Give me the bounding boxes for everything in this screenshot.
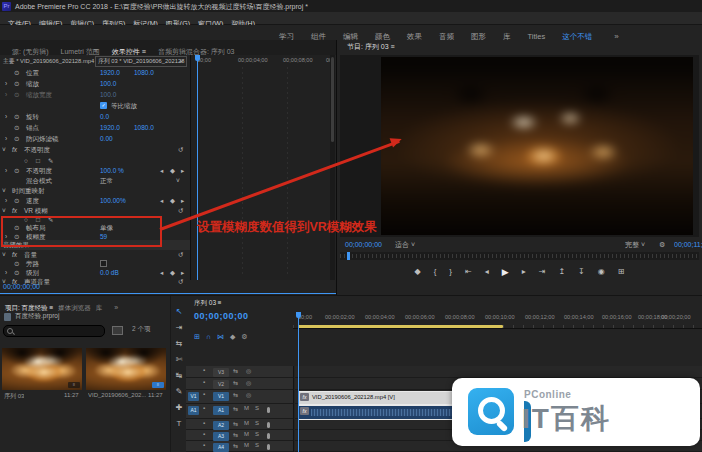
next-keyframe-icon[interactable]: ▸ <box>181 196 184 206</box>
mark-out-button[interactable]: } <box>449 264 452 280</box>
stopwatch-icon[interactable]: ⊙ <box>14 79 19 89</box>
hand-tool[interactable]: ✚ <box>171 400 187 416</box>
uniform-scale-checkbox[interactable]: ✓ <box>100 102 107 109</box>
project-tab[interactable]: 媒体浏览器 <box>58 301 91 315</box>
microphone-icon[interactable] <box>267 433 270 439</box>
param-value[interactable]: 正常 <box>100 176 113 186</box>
lock-icon[interactable]: ▪ <box>203 442 205 448</box>
project-item-thumbnail[interactable]: ≡ <box>86 348 166 390</box>
param-value[interactable]: 100.0 % <box>100 166 124 176</box>
track-target-button[interactable]: A3 <box>213 432 229 441</box>
param-value[interactable]: 1920.0 <box>100 68 120 78</box>
stopwatch-icon[interactable]: ⊙ <box>14 112 19 122</box>
param-value2[interactable]: 1080.0 <box>134 123 154 133</box>
stopwatch-icon[interactable]: ⊙ <box>14 134 19 144</box>
rect-mask-icon[interactable]: □ <box>36 156 40 166</box>
mute-button[interactable]: M <box>244 431 249 437</box>
track-output-eye-icon[interactable]: ◎ <box>246 379 251 386</box>
mute-button[interactable]: M <box>244 442 249 448</box>
effect-controls-timecode[interactable]: 00;00;00;00 <box>3 283 40 290</box>
track-target-button[interactable]: A1 <box>213 406 229 415</box>
lock-icon[interactable]: ▪ <box>203 420 205 426</box>
stopwatch-icon[interactable]: ⊙ <box>14 196 19 206</box>
program-scrubber[interactable] <box>340 252 699 260</box>
insert-sequence-icon[interactable]: ⊞ <box>194 333 200 341</box>
step-forward-button[interactable]: ▸ <box>522 264 526 280</box>
slip-tool[interactable]: ↹ <box>171 368 187 384</box>
lock-icon[interactable]: ▪ <box>203 405 205 411</box>
track-select-forward-tool[interactable]: ⇥ <box>171 320 187 336</box>
microphone-icon[interactable] <box>267 422 270 428</box>
project-tab[interactable]: 库 <box>96 301 103 315</box>
project-item-name[interactable]: VID_20190606_202... <box>88 392 146 398</box>
stopwatch-icon[interactable]: ⊙ <box>14 166 19 176</box>
go-to-out-button[interactable]: ⇥ <box>539 264 546 280</box>
prev-keyframe-icon[interactable]: ◂ <box>160 196 163 206</box>
zoom-level-select[interactable]: 适合 ˅ <box>395 238 415 251</box>
project-file-name[interactable]: 百度经验.prproj <box>15 312 59 321</box>
timeline-settings-icon[interactable]: ⚙ <box>241 333 247 341</box>
timeline-timecode[interactable]: 00;00;00;00 <box>194 311 249 321</box>
sync-lock-icon[interactable]: ⇆ <box>233 442 238 449</box>
expand-chevron[interactable]: › <box>5 196 7 206</box>
param-value[interactable]: 100.0 <box>100 90 116 100</box>
mute-button[interactable]: M <box>244 420 249 426</box>
prev-keyframe-icon[interactable]: ◂ <box>160 166 163 176</box>
selection-tool[interactable]: ↖ <box>171 304 187 320</box>
program-monitor-tab[interactable]: 节目: 序列 03 ≡ <box>347 40 395 54</box>
microphone-icon[interactable] <box>267 444 270 450</box>
track-lane[interactable] <box>295 366 702 378</box>
project-item-name[interactable]: 序列 03 <box>4 392 24 401</box>
track-output-eye-icon[interactable]: ◎ <box>246 367 251 374</box>
effect-name[interactable]: 不透明度 <box>24 145 50 155</box>
mute-button[interactable]: M <box>244 405 249 411</box>
lift-button[interactable]: ↥ <box>558 264 565 280</box>
add-marker-icon[interactable]: ◆ <box>230 333 235 341</box>
track-output-eye-icon[interactable]: ◎ <box>246 391 251 398</box>
type-tool[interactable]: T <box>171 416 187 432</box>
source-patch-button[interactable] <box>188 368 199 377</box>
twirl-icon[interactable]: ˅ <box>2 186 6 196</box>
project-item-thumbnail[interactable]: ≡ <box>2 348 82 390</box>
param-value2[interactable]: 1080.0 <box>134 68 154 78</box>
sync-lock-icon[interactable]: ⇆ <box>233 405 238 412</box>
project-tab-overflow[interactable]: » <box>114 301 118 315</box>
microphone-icon[interactable] <box>267 407 270 413</box>
dropdown-chevron-icon[interactable]: ˅ <box>176 176 180 186</box>
timeline-playhead[interactable] <box>298 312 299 452</box>
sync-lock-icon[interactable]: ⇆ <box>233 391 238 398</box>
solo-button[interactable]: S <box>255 405 259 411</box>
twirl-icon[interactable]: ˅ <box>2 145 6 155</box>
program-timecode[interactable]: 00;00;00;00 <box>345 238 382 251</box>
add-marker-button[interactable]: ◆ <box>415 264 421 280</box>
linked-selection-icon[interactable]: ⋈ <box>217 333 224 341</box>
source-patch-button[interactable] <box>188 421 199 430</box>
source-patch-button[interactable] <box>188 432 199 441</box>
stopwatch-icon[interactable]: ⊙ <box>14 123 19 133</box>
reset-effect-icon[interactable]: ↺ <box>178 145 183 155</box>
track-target-button[interactable]: V3 <box>213 368 229 377</box>
new-bin-icon[interactable] <box>112 326 123 335</box>
track-target-button[interactable]: V1 <box>213 392 229 401</box>
snap-icon[interactable]: ∩ <box>206 333 211 340</box>
sync-lock-icon[interactable]: ⇆ <box>233 420 238 427</box>
expand-chevron[interactable]: › <box>5 166 7 176</box>
razor-tool[interactable]: ✄ <box>171 352 187 368</box>
bypass-checkbox[interactable] <box>100 260 107 267</box>
expand-chevron[interactable]: › <box>5 79 7 89</box>
lock-icon[interactable]: ▪ <box>203 379 205 385</box>
track-target-button[interactable]: A4 <box>213 443 229 452</box>
stopwatch-icon[interactable]: ⊙ <box>14 90 19 100</box>
sync-lock-icon[interactable]: ⇆ <box>233 367 238 374</box>
button-editor-button[interactable]: ⊞ <box>618 264 625 280</box>
settings-wrench-icon[interactable]: ⚙ <box>659 238 665 251</box>
next-keyframe-icon[interactable]: ▸ <box>181 166 184 176</box>
add-keyframe-icon[interactable]: ◆ <box>170 196 175 206</box>
source-patch-button[interactable] <box>188 443 199 452</box>
param-value[interactable]: 0.0 <box>100 112 109 122</box>
add-keyframe-icon[interactable]: ◆ <box>170 166 175 176</box>
work-area-bar[interactable] <box>298 325 503 328</box>
keyframe-playhead[interactable] <box>197 55 198 280</box>
source-patch-button[interactable]: A1 <box>188 406 199 415</box>
expand-chevron[interactable]: › <box>5 134 7 144</box>
